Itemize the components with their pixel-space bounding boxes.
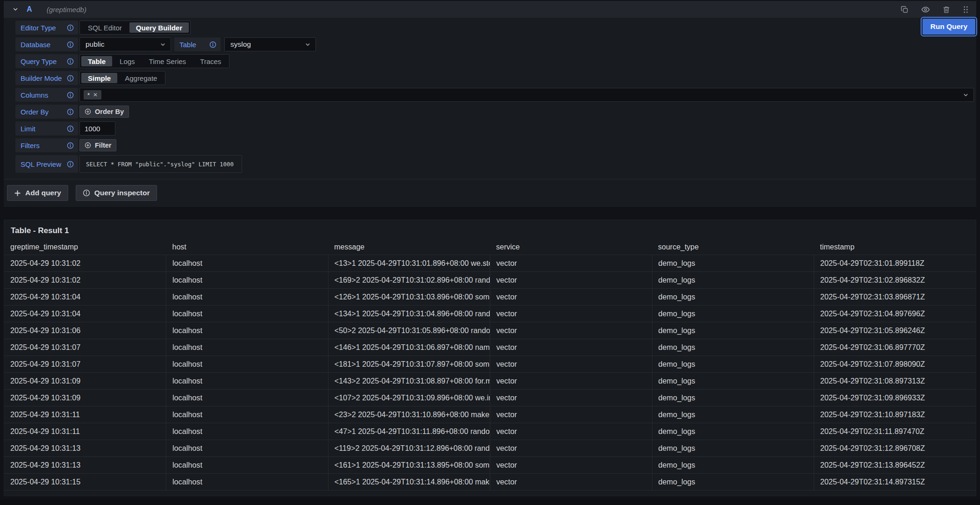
columns-multiselect[interactable]: *✕ [79,88,974,102]
table-cell: demo_logs [652,271,814,288]
info-icon[interactable] [67,58,74,65]
table-cell: <47>1 2025-04-29T10:31:11.896+08:00 rand… [328,423,490,440]
collapse-chevron-icon[interactable] [12,6,19,13]
field-label-text: Columns [21,91,48,99]
option-time-series[interactable]: Time Series [143,56,193,66]
info-icon[interactable] [67,125,74,132]
info-icon[interactable] [209,41,216,48]
column-header-host[interactable]: host [166,240,329,255]
query-ref-id[interactable]: A [27,5,32,14]
table-row: 2025-04-29 10:31:15localhost<165>1 2025-… [4,473,976,490]
table-cell: 2025-04-29 10:31:04 [4,305,166,322]
order-by-label: Order By [15,105,78,119]
limit-label: Limit [15,121,78,135]
query-inspector-button[interactable]: Query inspector [76,185,157,201]
column-header-greptime_timestamp[interactable]: greptime_timestamp [4,240,166,255]
table-cell: 2025-04-29 10:31:02 [4,255,166,271]
column-header-source_type[interactable]: source_type [652,240,814,255]
table-cell: demo_logs [652,255,814,271]
table-cell: <181>1 2025-04-29T10:31:07.897+08:00 som… [328,356,490,372]
option-sql-editor[interactable]: SQL Editor [81,22,129,33]
option-aggregate[interactable]: Aggregate [118,73,164,83]
info-icon[interactable] [67,41,74,48]
info-icon[interactable] [67,142,74,149]
button-label: Query inspector [94,189,150,197]
table-cell: 2025-04-29T02:31:05.896246Z [814,322,976,339]
table-cell: localhost [166,389,329,406]
option-logs[interactable]: Logs [113,56,142,66]
editor-type-group[interactable]: SQL EditorQuery Builder [79,21,191,35]
table-select[interactable]: syslog [224,37,316,51]
drag-handle-icon[interactable] [963,6,969,14]
table-row: 2025-04-29 10:31:07localhost<181>1 2025-… [4,356,976,372]
chevron-down-icon [963,92,969,98]
result-table-panel: Table - Result 1 greptime_timestamphostm… [4,220,976,496]
option-simple[interactable]: Simple [81,73,117,83]
selected-columns: *✕ [84,90,101,100]
column-header-service[interactable]: service [490,240,652,255]
table-row: 2025-04-29 10:31:13localhost<161>1 2025-… [4,456,976,473]
table-cell: vector [490,440,652,456]
table-cell: vector [490,271,652,288]
chip-label: * [87,92,90,99]
run-query-button[interactable]: Run Query [923,19,975,35]
option-traces[interactable]: Traces [193,56,228,66]
table-cell: localhost [166,372,329,389]
query-row-header[interactable]: A (greptimedb) [4,1,976,18]
info-icon[interactable] [67,92,74,99]
info-icon[interactable] [67,75,74,82]
table-cell: demo_logs [652,372,814,389]
limit-input[interactable] [79,121,115,135]
option-table[interactable]: Table [81,56,112,66]
remove-chip-icon[interactable]: ✕ [93,92,98,98]
add-query-button[interactable]: Add query [7,185,68,201]
delete-query-trash-icon[interactable] [943,6,950,14]
table-cell: vector [490,322,652,339]
table-cell: 2025-04-29 10:31:04 [4,288,166,305]
button-label: Order By [95,108,124,115]
plus-icon [14,190,21,197]
table-cell: <126>1 2025-04-29T10:31:03.896+08:00 som… [328,288,490,305]
table-cell: demo_logs [652,440,814,456]
table-cell: <146>1 2025-04-29T10:31:06.897+08:00 nam… [328,339,490,356]
grafana-query-edit-page: { "panel_header": { "ref_id": "A", "data… [0,0,980,505]
table-cell: localhost [166,440,329,456]
column-header-message[interactable]: message [328,240,490,255]
add-filter-button[interactable]: Filter [79,139,116,151]
duplicate-query-icon[interactable] [901,6,908,14]
table-cell: vector [490,305,652,322]
column-header-timestamp[interactable]: timestamp [814,240,976,255]
query-type-group[interactable]: TableLogsTime SeriesTraces [79,54,229,68]
field-label-text: Order By [21,108,49,116]
field-label-text: SQL Preview [21,160,61,168]
table-cell: 2025-04-29T02:31:06.897770Z [814,339,976,356]
column-chip[interactable]: *✕ [84,90,101,100]
editor-type-label: Editor Type [15,21,78,35]
columns-row: Columns *✕ [15,88,976,102]
table-cell: 2025-04-29T02:31:04.897696Z [814,305,976,322]
table-cell: vector [490,288,652,305]
result-panel-title: Table - Result 1 [4,220,976,235]
info-icon[interactable] [67,24,74,31]
option-query-builder[interactable]: Query Builder [129,22,189,33]
filters-row: Filters Filter [15,138,976,152]
info-circle-icon [83,189,90,197]
table-cell: <23>2 2025-04-29T10:31:10.896+08:00 make… [328,406,490,423]
hide-response-eye-icon[interactable] [921,5,930,14]
field-label-text: Query Type [21,57,57,65]
builder-mode-row: Builder Mode SimpleAggregate [15,71,976,85]
database-select-value: public [86,40,105,49]
table-cell: vector [490,406,652,423]
info-icon[interactable] [67,108,74,115]
filters-label: Filters [15,138,78,152]
table-cell: demo_logs [652,288,814,305]
database-select[interactable]: public [79,37,171,51]
table-cell: 2025-04-29 10:31:09 [4,372,166,389]
table-cell: 2025-04-29 10:31:02 [4,271,166,288]
info-icon[interactable] [67,161,74,168]
table-cell: localhost [166,339,329,356]
add-order-by-button[interactable]: Order By [79,106,129,118]
bottom-edge-strip [0,500,980,505]
columns-label: Columns [15,88,78,102]
builder-mode-group[interactable]: SimpleAggregate [79,71,165,85]
